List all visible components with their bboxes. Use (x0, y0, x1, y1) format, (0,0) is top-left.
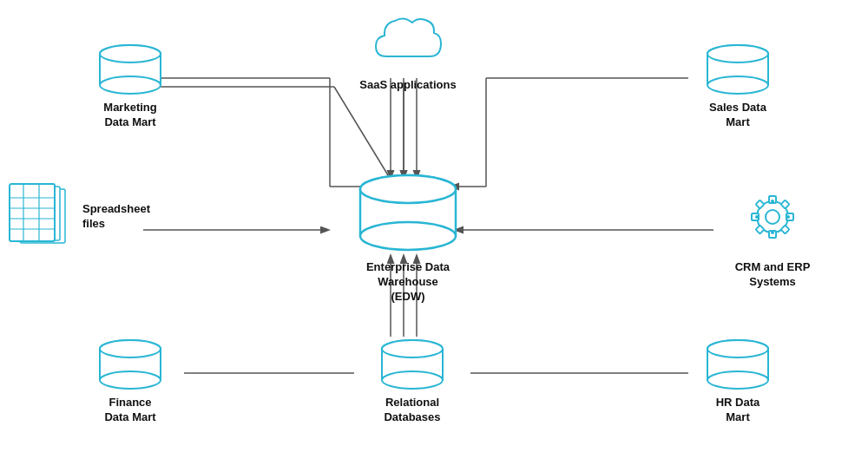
svg-point-77 (707, 340, 768, 357)
diagram-container: SaaS applications Marketing Data Mart (0, 0, 868, 459)
sales-cylinder (699, 43, 777, 95)
svg-point-24 (100, 45, 161, 62)
marketing-cylinder (91, 43, 169, 95)
svg-point-56 (771, 200, 774, 203)
sales-label: Sales Data Mart (709, 101, 766, 130)
relational-node: Relational Databases (356, 338, 469, 425)
svg-point-47 (766, 210, 779, 224)
gear-icon (738, 182, 807, 255)
crm-label: CRM and ERP Systems (735, 260, 811, 290)
svg-point-23 (100, 76, 161, 94)
svg-point-59 (786, 215, 790, 219)
cloud-icon (369, 9, 447, 73)
edw-cylinder (347, 174, 469, 255)
finance-label: Finance Data Mart (104, 396, 155, 425)
svg-point-64 (100, 371, 161, 389)
sales-node: Sales Data Mart (686, 43, 790, 130)
spreadsheet-icon (6, 182, 76, 251)
svg-point-76 (707, 371, 768, 389)
hr-label: HR Data Mart (716, 396, 760, 425)
finance-node: Finance Data Mart (78, 338, 182, 425)
svg-point-70 (382, 371, 443, 389)
spreadsheet-label: Spreadsheet files (82, 202, 150, 232)
edw-label: Enterprise Data Warehouse (EDW) (366, 260, 450, 305)
relational-label: Relational Databases (384, 396, 440, 425)
saas-label: SaaS applications (359, 78, 456, 93)
svg-point-57 (771, 231, 774, 234)
marketing-label: Marketing Data Mart (103, 101, 156, 130)
svg-point-29 (707, 76, 768, 94)
relational-cylinder (373, 338, 451, 390)
svg-point-30 (707, 45, 768, 62)
spreadsheet-node: Spreadsheet files (9, 182, 148, 251)
svg-point-58 (755, 215, 759, 219)
svg-point-65 (100, 340, 161, 357)
svg-point-71 (382, 340, 443, 357)
edw-node: Enterprise Data Warehouse (EDW) (330, 174, 486, 305)
crm-node: CRM and ERP Systems (712, 182, 833, 290)
hr-node: HR Data Mart (686, 338, 790, 425)
svg-line-2 (334, 87, 395, 187)
svg-rect-33 (10, 184, 55, 241)
finance-cylinder (91, 338, 169, 390)
saas-node: SaaS applications (356, 9, 460, 93)
hr-cylinder (699, 338, 777, 390)
marketing-node: Marketing Data Mart (78, 43, 182, 130)
svg-point-44 (360, 222, 456, 250)
svg-point-45 (360, 175, 456, 203)
